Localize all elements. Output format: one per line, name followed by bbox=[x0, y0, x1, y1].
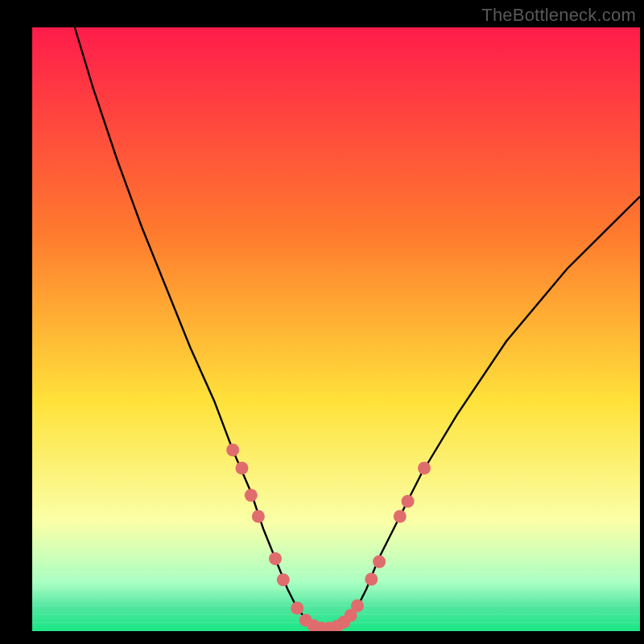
data-point bbox=[277, 573, 290, 586]
data-point bbox=[245, 489, 258, 502]
data-point bbox=[373, 555, 386, 568]
data-point bbox=[235, 462, 248, 475]
data-point bbox=[252, 510, 265, 523]
watermark-text: TheBottleneck.com bbox=[481, 5, 636, 26]
data-point bbox=[365, 573, 378, 586]
data-point bbox=[351, 600, 364, 613]
data-point bbox=[226, 444, 239, 456]
data-point bbox=[291, 602, 303, 615]
bottleneck-chart bbox=[0, 0, 644, 644]
plot-background bbox=[32, 27, 640, 631]
data-point bbox=[269, 552, 282, 565]
data-point bbox=[418, 462, 431, 475]
data-point bbox=[394, 510, 407, 523]
data-point bbox=[402, 495, 415, 508]
chart-container: TheBottleneck.com bbox=[0, 0, 644, 644]
